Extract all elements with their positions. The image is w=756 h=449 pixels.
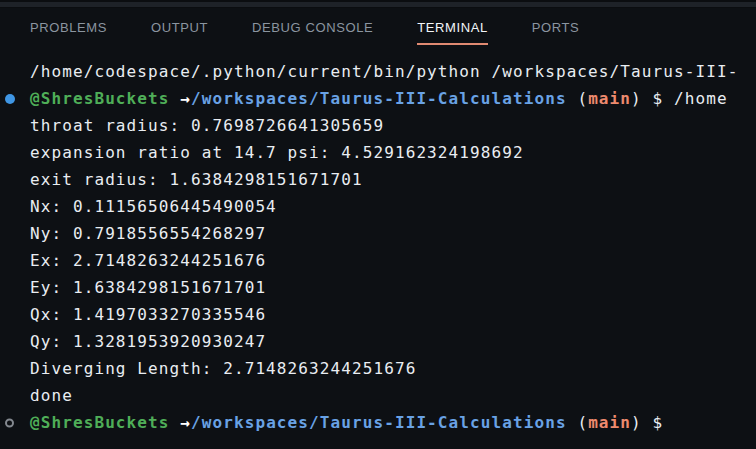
terminal-line: exit radius: 1.6384298151671701: [0, 166, 756, 193]
terminal-text-segment: exit radius: 1.6384298151671701: [30, 170, 363, 189]
terminal-line: @ShresBuckets →/workspaces/Taurus-III-Ca…: [0, 409, 756, 436]
panel-tab-bar: PROBLEMSOUTPUTDEBUG CONSOLETERMINALPORTS: [0, 8, 756, 45]
terminal-line: Qx: 1.4197033270335546: [0, 301, 756, 328]
terminal-line: Nx: 0.11156506445490054: [0, 193, 756, 220]
terminal-line: done: [0, 382, 756, 409]
terminal-text-segment: →: [180, 89, 191, 108]
terminal-text-segment: Qx: 1.4197033270335546: [30, 305, 266, 324]
tab-output[interactable]: OUTPUT: [151, 8, 208, 45]
terminal-text-segment: Diverging Length: 2.7148263244251676: [30, 359, 416, 378]
terminal-text-segment: (: [567, 89, 588, 108]
terminal-text-segment: [170, 89, 181, 108]
terminal-text-segment: (: [567, 413, 588, 432]
terminal-text-segment: @ShresBuckets: [30, 413, 170, 432]
tab-problems[interactable]: PROBLEMS: [30, 8, 107, 45]
terminal-text-segment: [170, 413, 181, 432]
terminal-text-segment: @ShresBuckets: [30, 89, 170, 108]
terminal-text-segment: $ /home: [653, 89, 728, 108]
terminal-line: throat radius: 0.7698726641305659: [0, 112, 756, 139]
terminal-text-segment: done: [30, 386, 73, 405]
terminal-text-segment: $: [653, 413, 664, 432]
command-decoration-icon[interactable]: [5, 94, 15, 104]
terminal-text-segment: throat radius: 0.7698726641305659: [30, 116, 384, 135]
terminal-text-segment: /workspaces/Taurus-III-Calculations: [191, 89, 567, 108]
terminal-text-segment: Qy: 1.3281953920930247: [30, 332, 266, 351]
terminal-line: /home/codespace/.python/current/bin/pyth…: [0, 58, 756, 85]
terminal-text-segment: ): [631, 89, 652, 108]
tab-debug-console[interactable]: DEBUG CONSOLE: [252, 8, 373, 45]
terminal-text-segment: main: [588, 89, 631, 108]
tab-ports[interactable]: PORTS: [532, 8, 580, 45]
terminal-text-segment: Nx: 0.11156506445490054: [30, 197, 277, 216]
terminal-output-area[interactable]: /home/codespace/.python/current/bin/pyth…: [0, 45, 756, 436]
terminal-line: Ny: 0.7918556554268297: [0, 220, 756, 247]
terminal-text-segment: expansion ratio at 14.7 psi: 4.529162324…: [30, 143, 524, 162]
terminal-line: Diverging Length: 2.7148263244251676: [0, 355, 756, 382]
terminal-line: expansion ratio at 14.7 psi: 4.529162324…: [0, 139, 756, 166]
terminal-text-segment: /workspaces/Taurus-III-Calculations: [191, 413, 567, 432]
terminal-line: Ey: 1.6384298151671701: [0, 274, 756, 301]
terminal-line: Ex: 2.7148263244251676: [0, 247, 756, 274]
terminal-text-segment: →: [180, 413, 191, 432]
editor-bottom-sliver: [0, 0, 756, 8]
terminal-text-segment: Ex: 2.7148263244251676: [30, 251, 266, 270]
terminal-text-segment: Ny: 0.7918556554268297: [30, 224, 266, 243]
prompt-decoration-icon[interactable]: [5, 418, 14, 427]
terminal-text-segment: /home/codespace/.python/current/bin/pyth…: [30, 62, 738, 81]
terminal-line: Qy: 1.3281953920930247: [0, 328, 756, 355]
terminal-line: @ShresBuckets →/workspaces/Taurus-III-Ca…: [0, 85, 756, 112]
terminal-text-segment: Ey: 1.6384298151671701: [30, 278, 266, 297]
terminal-text-segment: main: [588, 413, 631, 432]
terminal-text-segment: ): [631, 413, 652, 432]
tab-terminal[interactable]: TERMINAL: [417, 8, 488, 45]
